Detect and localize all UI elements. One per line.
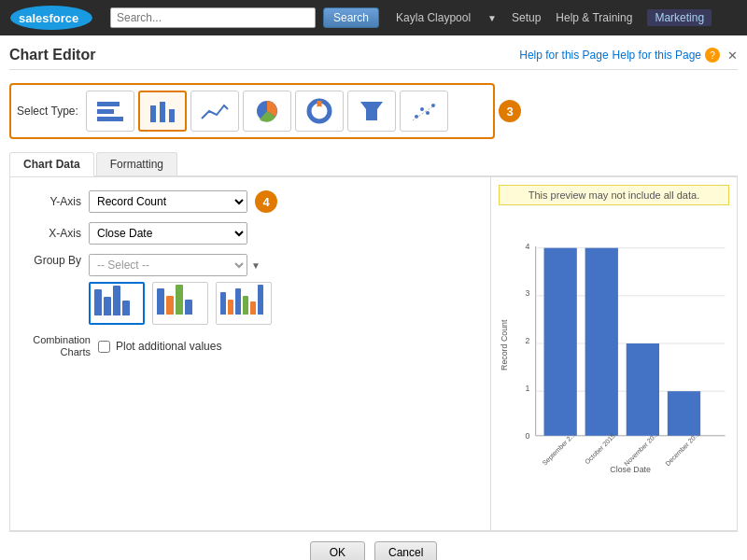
svg-text:salesforce: salesforce [19, 11, 78, 25]
tab-chart-data[interactable]: Chart Data [9, 152, 94, 176]
chart-type-selector: Select Type: [9, 83, 495, 139]
main-content: Chart Editor Help for this Page Help for… [0, 35, 747, 560]
svg-rect-2 [97, 102, 120, 106]
svg-rect-32 [627, 343, 659, 436]
bottom-buttons: OK Cancel [9, 531, 738, 560]
chart-type-vertical-bar[interactable] [138, 91, 187, 132]
svg-rect-34 [668, 391, 700, 436]
step-4-badge: 4 [255, 190, 277, 213]
chart-style-options [89, 282, 272, 325]
select-type-label: Select Type: [17, 105, 78, 118]
svg-text:1: 1 [526, 384, 530, 393]
svg-rect-6 [160, 102, 165, 122]
chart-type-horizontal-bar[interactable] [86, 91, 134, 132]
tab-formatting[interactable]: Formatting [96, 152, 177, 175]
group-by-label: Group By [23, 254, 89, 267]
svg-text:4: 4 [526, 242, 530, 251]
svg-text:October 2015: October 2015 [584, 432, 616, 465]
chart-preview: 0 1 2 3 4 September 2... October 2015 No… [499, 213, 729, 502]
help-link[interactable]: Help for this Page [519, 49, 608, 62]
svg-rect-7 [169, 109, 175, 122]
group-by-dropdown-icon: ▼ [251, 260, 261, 271]
svg-text:3: 3 [526, 288, 530, 298]
help-section: Help for this Page Help for this Page ? … [519, 48, 738, 63]
chart-type-pie[interactable] [243, 91, 291, 132]
y-axis-select[interactable]: Record Count [89, 190, 247, 213]
tabs-container: Chart Data Formatting [9, 152, 738, 176]
user-dropdown-icon[interactable]: ▼ [487, 13, 497, 23]
nav-user[interactable]: Kayla Claypool [396, 11, 471, 24]
svg-rect-3 [97, 109, 114, 114]
svg-rect-4 [97, 117, 123, 121]
cancel-button[interactable]: Cancel [374, 541, 437, 560]
combination-row: Combination Charts Plot additional value… [23, 334, 477, 358]
preview-notice: This preview may not include all data. [499, 185, 729, 205]
group-by-select[interactable]: -- Select -- [89, 254, 247, 276]
x-axis-select[interactable]: Close Date [89, 222, 247, 245]
x-axis-label: X-Axis [23, 227, 89, 240]
help-icon: ? [705, 48, 720, 63]
svg-point-10 [315, 106, 324, 116]
group-by-row: Group By -- Select -- ▼ [23, 254, 477, 325]
close-icon[interactable]: ✕ [727, 49, 738, 63]
combination-checkbox[interactable] [98, 341, 110, 353]
svg-point-14 [426, 111, 430, 115]
right-panel: This preview may not include all data. 0… [491, 177, 737, 530]
x-axis-row: X-Axis Close Date [23, 222, 477, 245]
svg-text:Record Count: Record Count [500, 319, 509, 371]
page-title: Chart Editor [9, 47, 95, 63]
chart-style-1[interactable] [89, 282, 145, 325]
nav-help[interactable]: Help & Training [556, 11, 632, 24]
chart-type-line[interactable] [190, 91, 239, 132]
chart-type-scatter[interactable] [400, 91, 448, 132]
search-button[interactable]: Search [323, 7, 379, 28]
svg-text:Close Date: Close Date [610, 465, 651, 474]
nav-marketing[interactable]: Marketing [647, 9, 712, 26]
svg-text:2: 2 [526, 336, 530, 345]
svg-point-13 [420, 107, 424, 111]
svg-rect-28 [544, 248, 577, 436]
left-panel: Y-Axis Record Count 4 X-Axis Close Date … [10, 177, 491, 530]
help-link[interactable]: Help for this Page [613, 49, 701, 62]
svg-text:September 2...: September 2... [542, 431, 577, 467]
step-3-badge: 3 [499, 100, 521, 122]
search-input[interactable] [110, 7, 316, 28]
svg-marker-11 [360, 102, 383, 120]
chart-style-3[interactable] [216, 282, 272, 325]
salesforce-logo: salesforce [9, 5, 93, 31]
svg-rect-5 [150, 105, 156, 122]
chart-type-donut[interactable] [295, 91, 344, 132]
chart-type-funnel[interactable] [347, 91, 396, 132]
svg-rect-30 [585, 248, 618, 436]
nav-setup[interactable]: Setup [512, 11, 541, 24]
panels-layout: Y-Axis Record Count 4 X-Axis Close Date … [9, 176, 738, 531]
y-axis-row: Y-Axis Record Count 4 [23, 190, 477, 213]
y-axis-label: Y-Axis [23, 195, 89, 208]
combination-text: Plot additional values [116, 340, 221, 353]
editor-header: Chart Editor Help for this Page Help for… [9, 43, 738, 70]
nav-bar: salesforce Search Kayla Claypool ▼ Setup… [0, 0, 747, 35]
nav-links: Kayla Claypool ▼ Setup Help & Training M… [396, 9, 712, 26]
ok-button[interactable]: OK [310, 541, 365, 560]
combination-label: Combination Charts [23, 334, 98, 358]
svg-text:0: 0 [526, 431, 530, 441]
chart-style-2[interactable] [152, 282, 208, 325]
